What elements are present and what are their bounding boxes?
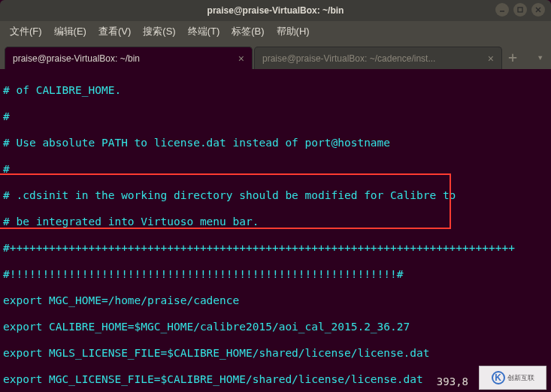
tab-inactive-label: praise@praise-VirtualBox: ~/cadence/inst…	[262, 53, 482, 64]
tab-active-label: praise@praise-VirtualBox: ~/bin	[13, 53, 232, 64]
menu-file[interactable]: 文件(F)	[5, 23, 47, 41]
terminal-line: # of CALIBRE_HOME.	[3, 84, 548, 98]
close-button[interactable]	[531, 3, 545, 17]
window-controls	[495, 3, 545, 17]
svg-rect-1	[518, 8, 522, 12]
menu-view[interactable]: 查看(V)	[93, 23, 136, 41]
minimize-button[interactable]	[495, 3, 509, 17]
tab-close-icon[interactable]: ×	[488, 53, 494, 65]
terminal-line: export CALIBRE_HOME=$MGC_HOME/calibre201…	[3, 321, 548, 334]
menubar: 文件(F) 编辑(E) 查看(V) 搜索(S) 终端(T) 标签(B) 帮助(H…	[0, 21, 551, 42]
menu-edit[interactable]: 编辑(E)	[49, 23, 92, 41]
terminal-line: #+++++++++++++++++++++++++++++++++++++++…	[3, 242, 548, 255]
window-title: praise@praise-VirtualBox: ~/bin	[0, 5, 551, 16]
terminal-line: #!!!!!!!!!!!!!!!!!!!!!!!!!!!!!!!!!!!!!!!…	[3, 268, 548, 282]
watermark: K 创新互联	[479, 366, 546, 390]
tabbar: praise@praise-VirtualBox: ~/bin × praise…	[0, 42, 551, 69]
titlebar: praise@praise-VirtualBox: ~/bin	[0, 0, 551, 21]
tab-add-button[interactable]: +	[508, 48, 517, 66]
terminal-line: # be integrated into Virtuoso menu bar.	[3, 216, 548, 229]
maximize-button[interactable]	[513, 3, 527, 17]
status-position: 393,8	[437, 375, 468, 387]
menu-help[interactable]: 帮助(H)	[271, 23, 315, 41]
terminal-line: #	[3, 163, 548, 176]
watermark-logo-icon: K	[492, 371, 505, 384]
terminal-line: export MGC_HOME=/home/praise/cadence	[3, 294, 548, 308]
tab-list-icon[interactable]: ▾	[537, 51, 543, 63]
menu-terminal[interactable]: 终端(T)	[183, 23, 226, 41]
terminal-viewport[interactable]: # of CALIBRE_HOME. # # Use absolute PATH…	[0, 69, 551, 392]
terminal-line: export MGLS_LICENSE_FILE=$CALIBRE_HOME/s…	[3, 347, 548, 360]
tab-close-icon[interactable]: ×	[238, 53, 244, 65]
menu-tabs[interactable]: 标签(B)	[226, 23, 269, 41]
terminal-line: # Use absolute PATH to license.dat inste…	[3, 137, 548, 150]
menu-search[interactable]: 搜索(S)	[138, 23, 180, 41]
tab-inactive[interactable]: praise@praise-VirtualBox: ~/cadence/inst…	[254, 47, 502, 69]
tab-active[interactable]: praise@praise-VirtualBox: ~/bin ×	[5, 47, 253, 69]
terminal-line: # .cdsinit in the working directory shou…	[3, 189, 548, 203]
watermark-text: 创新互联	[507, 373, 534, 383]
terminal-line: #	[3, 110, 548, 124]
